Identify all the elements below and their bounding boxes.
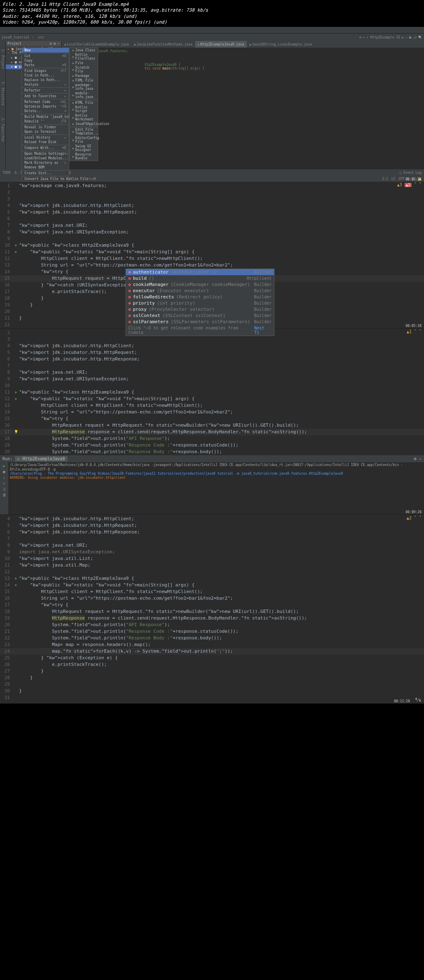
submenu-item[interactable]: ◆Kotlin Worksheet: [70, 113, 98, 122]
submenu-item[interactable]: ◆EditorConfig File: [70, 136, 98, 144]
code-line[interactable]: 14 String url = "url">"https://postman-e…: [0, 409, 424, 416]
submenu-item[interactable]: ◆File: [70, 61, 98, 65]
code-line[interactable]: 6: [0, 216, 424, 222]
code-line[interactable]: 8"kw">import java.net.URI;: [0, 542, 424, 549]
chevron-up-icon[interactable]: ˆ: [414, 516, 417, 520]
code-line[interactable]: 31: [0, 694, 424, 701]
code-line[interactable]: 7: [0, 363, 424, 369]
stop-icon[interactable]: ■: [3, 470, 5, 474]
code-line[interactable]: 9"kw">import java.net.URISyntaxException…: [0, 376, 424, 382]
trash-icon[interactable]: 🗑: [2, 493, 6, 497]
menu-item[interactable]: New: [22, 48, 69, 53]
code-line[interactable]: 14▶ "kw">public "kw">static "kw">void "f…: [0, 582, 424, 588]
submenu-item[interactable]: ◆package-info.java: [70, 83, 98, 91]
code-line[interactable]: 28 }: [0, 675, 424, 681]
search-icon[interactable]: 🔍: [418, 36, 422, 39]
chevron-up-icon[interactable]: ˆ: [414, 183, 417, 187]
event-log[interactable]: ◯ Event Log: [400, 171, 422, 175]
editor-tab[interactable]: ◉JavaLikeFunctionMethods.java: [131, 41, 195, 48]
project-tool-button[interactable]: 1: Project: [1, 49, 5, 69]
code-line[interactable]: 13 String url = "url">"https://postman-e…: [0, 262, 424, 269]
code-line[interactable]: 11"kw">import java.util.Map;: [0, 562, 424, 569]
submenu-item[interactable]: ◆HTML File: [70, 101, 98, 105]
menu-item[interactable]: Replace in Path...: [22, 78, 69, 82]
run-config-dropdown[interactable]: Http2Example CE: [370, 36, 400, 39]
code-line[interactable]: 12 HttpClient client = HttpClient."fn st…: [0, 255, 424, 262]
autocomplete-item[interactable]: sslContext(SSLContext sslContext)Builder: [126, 312, 274, 319]
code-line[interactable]: 12: [0, 569, 424, 575]
settings-icon[interactable]: ⚙ —: [414, 456, 422, 461]
code-line[interactable]: 5"kw">import jdk.incubator.http.HttpRequ…: [0, 522, 424, 529]
code-line[interactable]: 19 System."field">out.println("Response …: [0, 442, 424, 449]
submenu-item[interactable]: ◆module-info.java: [70, 91, 98, 99]
hammer-icon[interactable]: ▸: [366, 36, 369, 39]
menu-item[interactable]: Load/Unload Modules...: [22, 156, 69, 161]
code-line[interactable]: 25 } "kw">catch (Exception e) {: [0, 655, 424, 661]
code-line[interactable]: 10"kw">import java.util.List;: [0, 555, 424, 562]
menu-item[interactable]: Rebuild ''⇧F9: [22, 119, 69, 124]
code-line[interactable]: 30}: [0, 688, 424, 694]
add-config-icon[interactable]: ⊕: [359, 36, 361, 39]
breadcrumb-src[interactable]: src: [38, 36, 43, 39]
code-line[interactable]: 10▶"kw">public "kw">class Http2ExampleJa…: [0, 242, 424, 249]
menu-item[interactable]: Cut⌘X: [22, 54, 69, 58]
debug-icon[interactable]: ⌁: [405, 36, 407, 39]
menu-item[interactable]: Open in Terminal: [22, 130, 69, 134]
code-line[interactable]: 23 Map> map = response.headers().map();: [0, 641, 424, 648]
code-line[interactable]: 20 System."field">out.println("Response …: [0, 449, 424, 455]
code-line[interactable]: 6"kw">import jdk.incubator.http.HttpResp…: [0, 529, 424, 536]
autocomplete-item[interactable]: executor(Executor executor)Builder: [126, 288, 274, 294]
submenu-item[interactable]: ◆Scratch File: [70, 65, 98, 74]
submenu-item[interactable]: ◆Kotlin Script: [70, 105, 98, 113]
down-icon[interactable]: ↓: [3, 476, 5, 480]
submenu-item[interactable]: ◆FXML File: [70, 78, 98, 83]
code-line[interactable]: 24 map."fn static">forEach((k,v) -> Syst…: [0, 648, 424, 655]
autocomplete-item[interactable]: cookieManager(CookieManager cookieManage…: [126, 281, 274, 288]
autocomplete-item[interactable]: sslParameters(SSLParameters sslParameter…: [126, 319, 274, 325]
code-line[interactable]: 3: [0, 336, 424, 343]
git-icon[interactable]: ⎇: [413, 36, 417, 39]
menu-item[interactable]: Copy: [22, 58, 69, 63]
menu-item[interactable]: Convert Java File to Kotlin File⌥⇧⌘K: [22, 177, 69, 181]
print-icon[interactable]: ⎙: [3, 487, 5, 491]
rerun-icon[interactable]: ▶: [3, 464, 5, 468]
menu-item[interactable]: Build Module 'java9_tutorial': [22, 115, 69, 119]
submenu-item[interactable]: ◆Kotlin File/Class: [70, 53, 98, 61]
project-tree[interactable]: Project ⊟ ⚙ — ▸ ■ java9_tutorial ~/Vlog …: [6, 41, 62, 169]
submenu-item[interactable]: ◆Swing UI Designer: [70, 144, 98, 152]
submenu-item[interactable]: ◆Edit File Templates...: [70, 127, 98, 136]
breadcrumb-project[interactable]: java9_tutorial: [2, 36, 29, 39]
submenu-item[interactable]: ◆JavaFXApplication: [70, 122, 98, 126]
code-line[interactable]: 7: [0, 536, 424, 542]
code-line[interactable]: 21 System."field">out.println("Response …: [0, 628, 424, 635]
menu-item[interactable]: Analyze▸: [22, 82, 69, 87]
code-line[interactable]: 9: [0, 235, 424, 242]
code-line[interactable]: 4"kw">import jdk.incubator.http.HttpClie…: [0, 202, 424, 209]
code-line[interactable]: 8"kw">import java.net.URISyntaxException…: [0, 229, 424, 235]
menu-item[interactable]: Refactor▸: [22, 88, 69, 93]
code-line[interactable]: 1"kw">package com.java9.features;: [0, 183, 424, 189]
menu-item[interactable]: Add to Favorites▸: [22, 94, 69, 98]
back-icon[interactable]: ←: [363, 36, 365, 39]
code-line[interactable]: 20 System."field">out.println("API Respo…: [0, 622, 424, 628]
code-line[interactable]: 3: [0, 196, 424, 202]
code-line[interactable]: 4"kw">import jdk.incubator.http.HttpClie…: [0, 343, 424, 349]
editor-tab[interactable]: ◉Http2ExampleJava9.java: [195, 41, 247, 48]
export-icon[interactable]: ⇱: [3, 481, 5, 485]
code-line[interactable]: 11▶"kw">public "kw">class Http2ExampleJa…: [0, 389, 424, 396]
submenu-item[interactable]: ◆Java Class: [70, 48, 98, 53]
code-line[interactable]: 4"kw">import jdk.incubator.http.HttpClie…: [0, 516, 424, 522]
chevron-down-icon[interactable]: ˇ: [419, 329, 422, 334]
run-output[interactable]: /Library/Java/JavaVirtualMachines/jdk-9.…: [8, 462, 424, 514]
favorites-tool-button[interactable]: 2: Favorites: [1, 118, 5, 142]
code-line[interactable]: 9import java.net.URISyntaxException;: [0, 549, 424, 555]
code-line[interactable]: 16 String url = "url">"https://postman-e…: [0, 595, 424, 602]
menu-item[interactable]: Delete...⌫: [22, 109, 69, 113]
stop-icon[interactable]: ■: [409, 36, 411, 39]
autocomplete-item[interactable]: authenticator(Authenticator a)Builder: [126, 269, 274, 275]
autocomplete-item[interactable]: proxy(ProxySelector selector)Builder: [126, 306, 274, 312]
chevron-down-icon[interactable]: ˇ: [419, 516, 422, 520]
code-line[interactable]: 11▶ "kw">public "kw">static "kw">void "f…: [0, 249, 424, 255]
code-line[interactable]: 5"kw">import jdk.incubator.http.HttpRequ…: [0, 349, 424, 356]
code-line[interactable]: 17 "kw">try {: [0, 602, 424, 608]
